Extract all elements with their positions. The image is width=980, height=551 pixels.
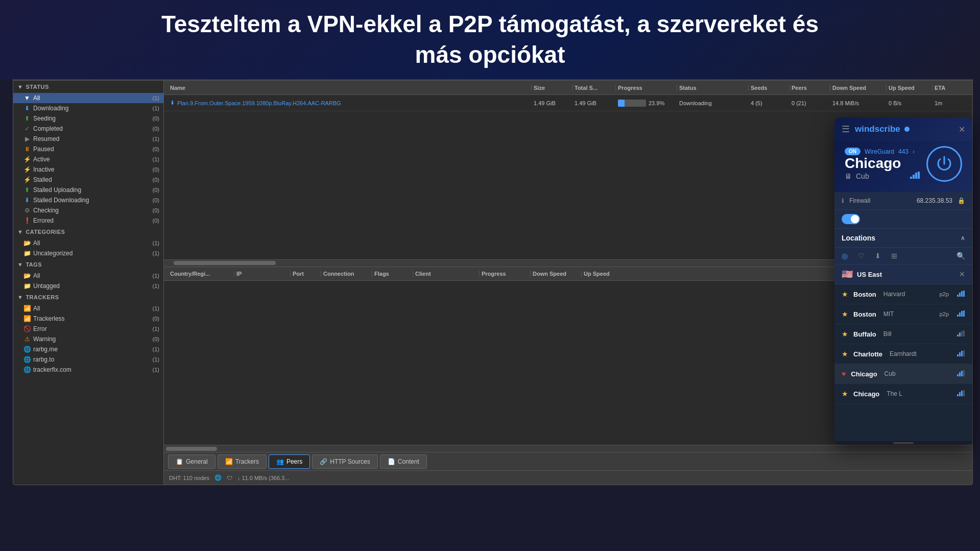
list-item[interactable]: ★ Chicago The L bbox=[834, 384, 972, 404]
sidebar-item-stalled[interactable]: ⚡ Stalled (0) bbox=[13, 175, 163, 185]
categories-section-header[interactable]: ▼ CATEGORIES bbox=[13, 226, 163, 238]
sidebar-item-seeding[interactable]: ⬆ Seeding (0) bbox=[13, 113, 163, 124]
tab-peers[interactable]: 👥 Peers bbox=[269, 454, 310, 469]
sidebar-item-stalled-downloading[interactable]: ⬇ Stalled Downloading (0) bbox=[13, 195, 163, 205]
sidebar-item-untagged[interactable]: 📁 Untagged (1) bbox=[13, 281, 163, 291]
ws-city: Chicago bbox=[845, 155, 920, 172]
svg-rect-23 bbox=[963, 370, 965, 376]
sidebar-item-all-trackers[interactable]: 📶 All (1) bbox=[13, 303, 163, 314]
tab-trackers[interactable]: 📶 Trackers bbox=[218, 454, 267, 469]
ws-locations-header: Locations ∧ bbox=[834, 229, 972, 248]
sidebar-item-errored[interactable]: ❗ Errored (0) bbox=[13, 215, 163, 226]
tags-section-header[interactable]: ▼ TAGS bbox=[13, 258, 163, 271]
check-icon: ✓ bbox=[23, 125, 31, 132]
ph-connection[interactable]: Connection bbox=[321, 271, 372, 277]
th-total[interactable]: Total S... bbox=[572, 85, 616, 91]
ph-ip[interactable]: IP bbox=[234, 271, 291, 277]
status-section-header[interactable]: ▼ STATUS bbox=[13, 81, 163, 93]
ph-flags[interactable]: Flags bbox=[372, 271, 413, 277]
download-arrow-icon: ⬇ bbox=[170, 100, 175, 106]
table-row[interactable]: ⬇ Plan.9.From.Outer.Space.1959.1080p.Blu… bbox=[164, 95, 972, 111]
svg-rect-2 bbox=[915, 173, 917, 179]
tab-general[interactable]: 📋 General bbox=[168, 454, 216, 469]
list-item[interactable]: ★ Buffalo Bill bbox=[834, 324, 972, 344]
torrent-status: Downloading bbox=[677, 100, 749, 106]
sidebar-item-tracker-error[interactable]: 🚫 Error (1) bbox=[13, 324, 163, 334]
star-icon: ★ bbox=[842, 350, 848, 358]
ph-client[interactable]: Client bbox=[413, 271, 480, 277]
ws-port: 443 bbox=[898, 148, 909, 155]
th-status[interactable]: Status bbox=[677, 85, 749, 91]
ws-loc-download-icon[interactable]: ⬇ bbox=[875, 252, 881, 260]
th-size[interactable]: Size bbox=[532, 85, 572, 91]
ws-locations-chevron[interactable]: ∧ bbox=[961, 234, 965, 242]
ws-scroll-indicator bbox=[893, 442, 914, 444]
ph-country[interactable]: Country/Regi... bbox=[168, 271, 234, 277]
th-eta[interactable]: ETA bbox=[933, 85, 968, 91]
peers-scrollbar[interactable] bbox=[164, 445, 972, 452]
th-up-speed[interactable]: Up Speed bbox=[887, 85, 933, 91]
ws-region-close-btn[interactable]: ✕ bbox=[959, 270, 965, 278]
ws-close-btn[interactable]: ✕ bbox=[959, 125, 965, 134]
ph-down-speed[interactable]: Down Speed bbox=[531, 271, 582, 277]
ph-progress[interactable]: Progress bbox=[480, 271, 531, 277]
ws-loc-search-icon[interactable]: 🔍 bbox=[957, 252, 965, 260]
checking-icon: ⚙ bbox=[23, 207, 31, 214]
sidebar-item-checking[interactable]: ⚙ Checking (0) bbox=[13, 205, 163, 215]
list-item[interactable]: ♥ Chicago Cub bbox=[834, 364, 972, 384]
svg-rect-9 bbox=[959, 313, 961, 317]
ws-info-btn[interactable]: ℹ bbox=[842, 197, 844, 204]
sidebar-item-trackerless[interactable]: 📶 Trackerless (0) bbox=[13, 314, 163, 324]
th-seeds[interactable]: Seeds bbox=[749, 85, 790, 91]
tab-http-sources[interactable]: 🔗 HTTP Sources bbox=[312, 454, 377, 469]
ws-loc-grid-icon[interactable]: ⊞ bbox=[891, 252, 897, 260]
svg-rect-7 bbox=[963, 291, 965, 297]
sidebar-item-inactive[interactable]: ⚡ Inactive (0) bbox=[13, 164, 163, 175]
peers-icon: 👥 bbox=[276, 458, 284, 465]
ws-loc-all-icon[interactable]: ◎ bbox=[842, 252, 848, 260]
app-window: ⚙ 📁 🗑 ▶ ⏸ ⚙ ⇅ Transfers (1) 🔍 Search ▼ S… bbox=[13, 41, 973, 485]
ws-p2p-badge-2: p2p bbox=[940, 311, 949, 317]
ws-loc-favorites-icon[interactable]: ♡ bbox=[858, 252, 865, 260]
sidebar-item-resumed[interactable]: ▶ Resumed (1) bbox=[13, 134, 163, 144]
ws-menu-btn[interactable]: ☰ bbox=[842, 124, 850, 135]
sidebar-item-completed[interactable]: ✓ Completed (0) bbox=[13, 124, 163, 134]
th-name[interactable]: Name bbox=[168, 85, 532, 91]
sidebar-item-all-status[interactable]: ▼ All (1) bbox=[13, 93, 163, 103]
sidebar-item-all-cat[interactable]: 📂 All (1) bbox=[13, 238, 163, 248]
ws-loc-server-cub: Cub bbox=[885, 370, 896, 377]
ws-region-row[interactable]: 🇺🇸 US East ✕ bbox=[834, 265, 972, 284]
tab-content[interactable]: 📄 Content bbox=[380, 454, 427, 469]
table-header: Name Size Total S... Progress Status See… bbox=[164, 81, 972, 95]
ph-up-speed[interactable]: Up Speed bbox=[582, 271, 625, 277]
trackers-section-header[interactable]: ▼ TRACKERS bbox=[13, 291, 163, 303]
th-progress[interactable]: Progress bbox=[616, 85, 677, 91]
sidebar-item-paused[interactable]: ⏸ Paused (0) bbox=[13, 144, 163, 154]
sidebar-item-stalled-uploading[interactable]: ⬆ Stalled Uploading (0) bbox=[13, 185, 163, 195]
ws-power-button[interactable] bbox=[926, 146, 962, 182]
ws-toggle-btn[interactable] bbox=[842, 214, 860, 224]
sidebar-item-trackerfix[interactable]: 🌐 trackerfix.com (1) bbox=[13, 365, 163, 375]
sidebar-item-active[interactable]: ⚡ Active (1) bbox=[13, 154, 163, 164]
stalled-download-icon: ⬇ bbox=[23, 197, 31, 204]
ph-port[interactable]: Port bbox=[291, 271, 321, 277]
list-item[interactable]: ★ Boston MIT p2p bbox=[834, 304, 972, 324]
th-peers[interactable]: Peers bbox=[790, 85, 830, 91]
sidebar-item-rarbg-me[interactable]: 🌐 rarbg.me (1) bbox=[13, 344, 163, 354]
star-icon: ★ bbox=[842, 310, 848, 318]
sidebar-item-downloading[interactable]: ⬇ Downloading (1) bbox=[13, 103, 163, 113]
dht-status: DHT: 110 nodes bbox=[169, 475, 209, 481]
sidebar-item-rarbg-to[interactable]: 🌐 rarbg.to (1) bbox=[13, 354, 163, 365]
list-item[interactable]: ★ Charlotte Earnhardt bbox=[834, 344, 972, 364]
sidebar-item-uncategorized[interactable]: 📁 Uncategorized (1) bbox=[13, 248, 163, 258]
svg-rect-18 bbox=[961, 351, 963, 356]
sidebar-item-all-tags[interactable]: 📂 All (1) bbox=[13, 271, 163, 281]
sidebar-item-tracker-warning[interactable]: ⚠ Warning (0) bbox=[13, 334, 163, 344]
tracker-error-icon: 🚫 bbox=[23, 325, 31, 332]
ws-loc-server-the-l: The L bbox=[887, 390, 902, 397]
list-item[interactable]: ★ Boston Harvard p2p bbox=[834, 284, 972, 304]
stalled-upload-icon: ⬆ bbox=[23, 186, 31, 194]
ws-logo-dot bbox=[904, 127, 910, 132]
ws-region-name: US East bbox=[857, 271, 955, 278]
th-down-speed[interactable]: Down Speed bbox=[830, 85, 887, 91]
